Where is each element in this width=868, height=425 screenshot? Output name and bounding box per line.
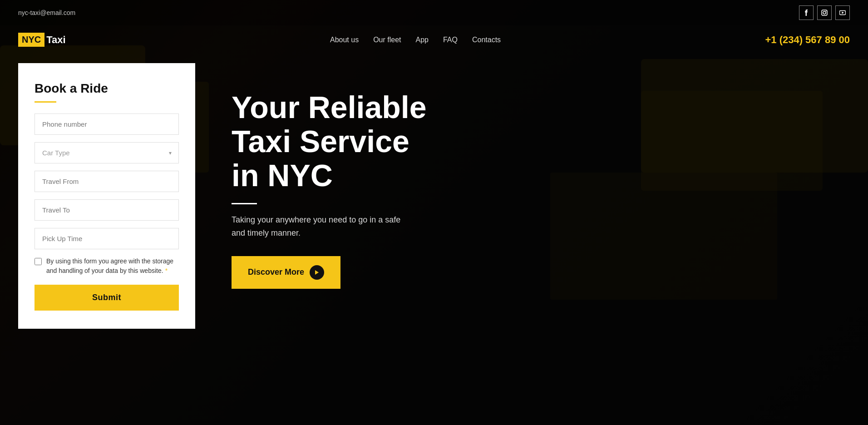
instagram-icon[interactable]: [817, 5, 832, 20]
svg-point-1: [823, 11, 826, 14]
svg-point-2: [826, 11, 827, 12]
phone-input[interactable]: [35, 114, 179, 135]
car-type-select[interactable]: Car Type Economy Standard Premium SUV: [35, 142, 179, 163]
required-star: *: [165, 267, 168, 274]
booking-form-card: Book a Ride Car Type Economy Standard Pr…: [18, 63, 195, 329]
consent-row: By using this form you agree with the st…: [35, 257, 179, 276]
youtube-icon[interactable]: [835, 5, 850, 20]
consent-label: By using this form you agree with the st…: [46, 257, 179, 276]
hero-subtitle: Taking your anywhere you need to go in a…: [232, 213, 404, 240]
phone-number[interactable]: +1 (234) 567 89 00: [765, 34, 850, 46]
discover-more-button[interactable]: Discover More: [232, 256, 340, 289]
nav-faq[interactable]: FAQ: [443, 36, 458, 44]
nav-fleet[interactable]: Our fleet: [373, 36, 401, 44]
nav-about[interactable]: About us: [330, 36, 359, 44]
logo[interactable]: NYC Taxi: [18, 33, 66, 47]
arrow-right-icon: [310, 265, 324, 280]
social-icons-group: [799, 5, 850, 20]
logo-text: Taxi: [46, 34, 65, 46]
svg-marker-5: [315, 270, 319, 275]
form-title: Book a Ride: [35, 81, 179, 96]
email-address: nyc-taxi@email.com: [18, 9, 75, 16]
hero-divider: [232, 203, 257, 204]
top-bar: nyc-taxi@email.com: [0, 0, 868, 25]
logo-box: NYC: [18, 33, 44, 47]
consent-checkbox[interactable]: [35, 258, 42, 265]
main-content: Book a Ride Car Type Economy Standard Pr…: [0, 54, 868, 338]
nav-links: About us Our fleet App FAQ Contacts: [330, 36, 501, 44]
facebook-icon[interactable]: [799, 5, 814, 20]
submit-button[interactable]: Submit: [35, 285, 179, 311]
navbar: NYC Taxi About us Our fleet App FAQ Cont…: [0, 25, 868, 54]
pickup-time-input[interactable]: [35, 228, 179, 249]
svg-marker-4: [842, 12, 844, 14]
svg-rect-0: [822, 10, 827, 15]
hero-text-section: Your Reliable Taxi Service in NYC Taking…: [232, 63, 850, 289]
nav-contacts[interactable]: Contacts: [472, 36, 501, 44]
nav-app[interactable]: App: [415, 36, 428, 44]
hero-heading: Your Reliable Taxi Service in NYC: [232, 90, 850, 192]
travel-from-input[interactable]: [35, 171, 179, 192]
form-title-underline: [35, 101, 56, 103]
car-type-wrapper: Car Type Economy Standard Premium SUV ▾: [35, 142, 179, 163]
travel-to-input[interactable]: [35, 199, 179, 221]
